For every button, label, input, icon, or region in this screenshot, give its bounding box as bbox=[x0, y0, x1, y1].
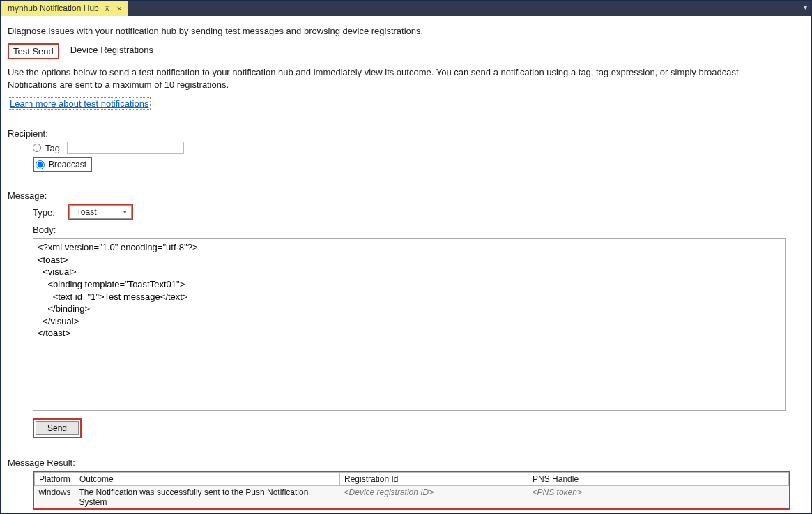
description-text: Use the options below to send a test not… bbox=[8, 66, 788, 91]
col-pns[interactable]: PNS Handle bbox=[528, 473, 789, 486]
page-intro: Diagnose issues with your notification h… bbox=[8, 23, 804, 40]
cell-outcome: The Notification was successfully sent t… bbox=[75, 486, 340, 509]
type-value: Toast bbox=[77, 207, 97, 217]
type-dropdown[interactable]: Toast ▾ bbox=[69, 205, 132, 219]
result-label: Message Result: bbox=[8, 458, 804, 468]
chevron-down-icon: ▾ bbox=[123, 209, 127, 216]
body-textarea[interactable] bbox=[33, 238, 786, 411]
cell-regid: <Device registration ID> bbox=[340, 486, 528, 509]
table-row[interactable]: windows The Notification was successfull… bbox=[35, 486, 789, 509]
titlebar: mynhub Notification Hub ⊼ ✕ ▾ bbox=[1, 1, 811, 16]
col-regid[interactable]: Registration Id bbox=[340, 473, 528, 486]
col-outcome[interactable]: Outcome bbox=[75, 473, 340, 486]
radio-tag-label: Tag bbox=[45, 143, 60, 153]
cell-pns: <PNS token> bbox=[528, 486, 789, 509]
radio-tag[interactable] bbox=[33, 144, 41, 152]
window-menu-caret-icon[interactable]: ▾ bbox=[804, 3, 807, 11]
document-tab[interactable]: mynhub Notification Hub ⊼ ✕ bbox=[1, 1, 128, 16]
recipient-label: Recipient: bbox=[8, 128, 804, 139]
result-table: Platform Outcome Registration Id PNS Han… bbox=[34, 472, 789, 508]
result-table-wrap: Platform Outcome Registration Id PNS Han… bbox=[33, 471, 790, 510]
tag-input[interactable] bbox=[67, 142, 184, 154]
tab-title: mynhub Notification Hub bbox=[8, 3, 99, 13]
cell-platform: windows bbox=[35, 486, 75, 509]
close-icon[interactable]: ✕ bbox=[115, 5, 123, 13]
radio-broadcast-label: Broadcast bbox=[49, 160, 86, 169]
radio-broadcast[interactable] bbox=[36, 160, 45, 169]
body-label: Body: bbox=[33, 225, 804, 235]
tab-device-registrations[interactable]: Device Registrations bbox=[66, 43, 158, 59]
pin-icon[interactable]: ⊼ bbox=[103, 5, 111, 13]
send-button[interactable]: Send bbox=[36, 421, 79, 435]
learn-more-link[interactable]: Learn more about test notifications bbox=[8, 97, 151, 110]
type-label: Type: bbox=[33, 207, 55, 218]
required-indicator-icon: - bbox=[260, 192, 263, 200]
tab-test-send[interactable]: Test Send bbox=[8, 43, 59, 59]
message-label: Message: - bbox=[8, 190, 804, 201]
col-platform[interactable]: Platform bbox=[35, 473, 75, 486]
